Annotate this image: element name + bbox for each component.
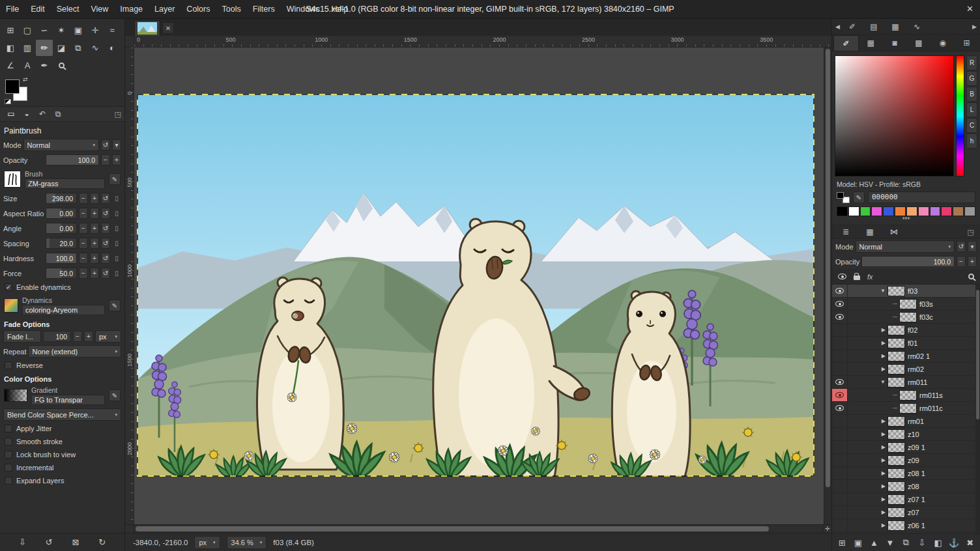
save-tool-preset-button[interactable]: ⇩: [15, 537, 29, 547]
close-window-button[interactable]: ✕: [966, 0, 973, 18]
clone-tool[interactable]: ⧉: [70, 40, 87, 56]
expander-closed-icon[interactable]: ▶: [882, 418, 886, 424]
vertical-ruler[interactable]: 0500100015002000: [125, 48, 134, 524]
channel-L-button[interactable]: L: [966, 102, 977, 117]
angle-reset-button[interactable]: ↺: [101, 223, 110, 234]
visibility-toggle[interactable]: [832, 454, 848, 466]
spacing-increase-button[interactable]: +: [90, 238, 99, 249]
expander-closed-icon[interactable]: ▶: [882, 470, 886, 476]
ruler-corner-button[interactable]: [125, 36, 134, 48]
toggle-smooth-stroke[interactable]: Smooth stroke: [0, 435, 124, 448]
palette-swatch[interactable]: [918, 206, 929, 216]
layer-row-f01[interactable]: ▶f01: [832, 337, 980, 350]
layer-mode-reset-button[interactable]: ↺: [957, 241, 966, 252]
warp-transform-tool[interactable]: ≈: [104, 22, 121, 38]
unit-dropdown[interactable]: px ▾: [194, 536, 220, 549]
quick-mask-button[interactable]: [125, 525, 134, 533]
channel-G-button[interactable]: G: [966, 71, 977, 86]
visibility-toggle[interactable]: [832, 506, 848, 518]
layer-row-rm011c[interactable]: ─rm011c: [832, 402, 980, 415]
text-tool[interactable]: A: [19, 57, 36, 74]
layer-row-z08-1[interactable]: ▶z08 1: [832, 467, 980, 480]
search-layers-icon[interactable]: [968, 274, 974, 279]
aspect-ratio-reset-button[interactable]: ↺: [101, 208, 110, 219]
menu-select[interactable]: Select: [51, 0, 85, 18]
opacity-decrease-button[interactable]: −: [101, 154, 110, 165]
aspect-ratio-increase-button[interactable]: +: [90, 208, 99, 219]
fuzzy-select-tool[interactable]: ✶: [53, 22, 70, 38]
navigation-button[interactable]: ✛: [823, 525, 831, 533]
dock-scroll-right-icon[interactable]: ▶: [972, 23, 977, 30]
dynamics-thumbnail[interactable]: [4, 298, 18, 313]
angle-link-toggle[interactable]: ▯: [112, 223, 121, 234]
force-increase-button[interactable]: +: [90, 268, 99, 279]
visibility-toggle[interactable]: [832, 467, 848, 479]
expander-closed-icon[interactable]: ▶: [882, 327, 886, 333]
layer-row-z09-1[interactable]: ▶z09 1: [832, 441, 980, 454]
hex-color-input[interactable]: 000000: [868, 191, 975, 203]
undo-history-tab[interactable]: ↶: [35, 109, 50, 119]
palette-swatch[interactable]: [837, 206, 848, 216]
smudge-tool[interactable]: ∿: [87, 40, 104, 56]
menu-colors[interactable]: Colors: [180, 0, 216, 18]
force-reset-button[interactable]: ↺: [101, 268, 110, 279]
horizontal-scrollbar[interactable]: [134, 525, 823, 533]
menu-edit[interactable]: Edit: [25, 0, 51, 18]
visibility-toggle[interactable]: [832, 350, 848, 362]
expander-closed-icon[interactable]: ▶: [882, 522, 886, 528]
expander-open-icon[interactable]: ▼: [880, 379, 886, 385]
foreground-color-swatch[interactable]: [5, 79, 20, 94]
lower-layer-button[interactable]: ▼: [883, 538, 897, 548]
add-layer-mask-button[interactable]: ◧: [931, 538, 945, 548]
horizontal-ruler[interactable]: 0500100015002000250030003500: [134, 36, 831, 48]
palette-swatch[interactable]: [871, 206, 882, 216]
edit-gradient-icon[interactable]: ✎: [109, 389, 121, 401]
spacing-reset-button[interactable]: ↺: [101, 238, 110, 249]
measure-tool[interactable]: ∠: [2, 57, 19, 74]
layer-row-rm02[interactable]: ▶rm02: [832, 363, 980, 376]
expander-closed-icon[interactable]: ▶: [882, 340, 886, 346]
layer-row-z08[interactable]: ▶z08: [832, 480, 980, 493]
brushes-tab[interactable]: ◉: [930, 35, 955, 51]
aspect-ratio-slider[interactable]: 0.00: [46, 208, 77, 219]
visibility-toggle[interactable]: [832, 493, 848, 505]
visibility-toggle[interactable]: [832, 428, 848, 440]
size-slider[interactable]: 298.00: [46, 193, 77, 204]
dock-scroll-left-icon[interactable]: ◀: [835, 23, 840, 30]
palette-swatch[interactable]: [930, 206, 941, 216]
channel-B-button[interactable]: B: [966, 87, 977, 102]
layer-row-z09[interactable]: ▶z09: [832, 454, 980, 467]
mini-foreground-swatch[interactable]: [837, 192, 844, 199]
patterns-tab[interactable]: ▩: [906, 35, 930, 51]
visibility-toggle[interactable]: [832, 298, 848, 310]
expander-closed-icon[interactable]: ▶: [882, 483, 886, 489]
palette-swatch[interactable]: [964, 206, 975, 216]
brush-thumbnail[interactable]: [4, 171, 21, 188]
visibility-toggle[interactable]: [832, 519, 848, 531]
lock-column-icon[interactable]: [854, 276, 860, 280]
menu-file[interactable]: File: [0, 0, 25, 18]
size-increase-button[interactable]: +: [90, 193, 99, 204]
document-tab[interactable]: [134, 20, 160, 36]
delete-tool-preset-button[interactable]: ⊠: [68, 537, 83, 547]
spacing-slider[interactable]: 20.0: [46, 238, 77, 249]
hardness-slider[interactable]: 100.0: [46, 253, 77, 264]
layer-row-f02[interactable]: ▶f02: [832, 324, 980, 337]
force-slider[interactable]: 50.0: [46, 268, 77, 279]
layer-row-rm011[interactable]: ▼rm011: [832, 376, 980, 389]
anchor-layer-button[interactable]: ⚓: [947, 538, 961, 548]
mode-switch-button[interactable]: ▾: [112, 139, 121, 150]
layer-row-z07[interactable]: ▶z07: [832, 506, 980, 519]
new-layer-group-button[interactable]: ▣: [851, 538, 865, 548]
menu-view[interactable]: View: [85, 0, 114, 18]
expander-closed-icon[interactable]: ▶: [882, 353, 886, 359]
eraser-tool[interactable]: ◪: [53, 40, 70, 56]
horizontal-scrollbar-handle[interactable]: [136, 526, 769, 531]
palettes-tab[interactable]: ▦: [859, 35, 883, 51]
delete-layer-button[interactable]: ✖: [963, 538, 977, 548]
visibility-toggle[interactable]: [832, 285, 848, 297]
fade-length-slider[interactable]: 100: [43, 331, 71, 342]
expander-closed-icon[interactable]: ▶: [882, 457, 886, 463]
visibility-toggle[interactable]: [832, 389, 848, 401]
visibility-toggle[interactable]: [832, 311, 848, 323]
